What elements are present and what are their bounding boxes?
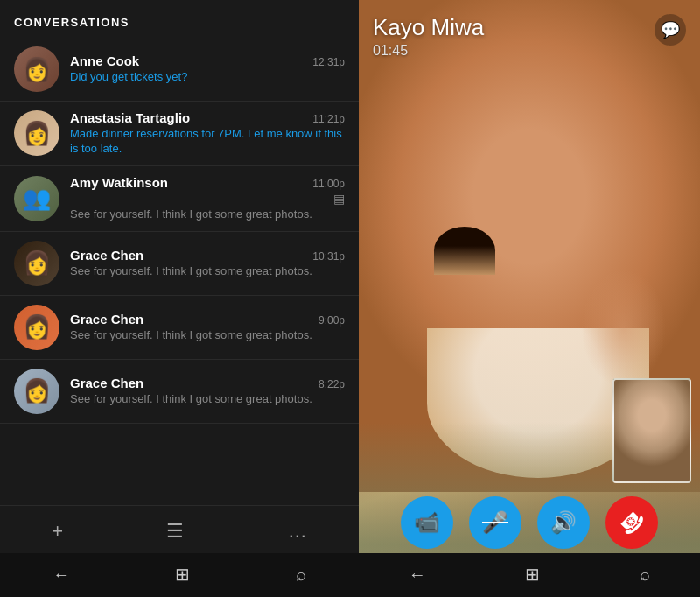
conv-preview: Made dinner reservations for 7PM. Let me… [70, 127, 345, 157]
conv-preview: See for yourself. I think I got some gre… [70, 328, 345, 343]
avatar: 👩 [14, 110, 60, 156]
contact-name: Anne Cook [70, 53, 139, 68]
search-button[interactable]: ⌕ [278, 561, 324, 588]
volume-icon: 🔊 [550, 510, 577, 535]
call-controls: 📹 🎤 🔊 ☎ [359, 496, 700, 549]
left-nav: ← ⊞ ⌕ [0, 553, 359, 597]
conversation-item[interactable]: 👩 Anne Cook 12:31p Did you get tickets y… [0, 38, 359, 102]
search-button[interactable]: ⌕ [622, 561, 668, 588]
conv-content: Amy Watkinson 11:00p ▤ See for yourself.… [70, 175, 345, 222]
conv-time: 8:22p [318, 378, 345, 390]
end-call-button[interactable]: ☎ [606, 496, 658, 549]
avatar: 👩 [14, 369, 60, 414]
back-button[interactable]: ← [391, 561, 444, 588]
right-nav: ← ⊞ ⌕ [359, 553, 700, 597]
conv-preview: See for yourself. I think I got some gre… [70, 207, 345, 222]
conversation-item[interactable]: 👩 Grace Chen 9:00p See for yourself. I t… [0, 296, 359, 360]
contact-name: Grace Chen [70, 312, 144, 327]
conv-content: Grace Chen 10:31p See for yourself. I th… [70, 248, 345, 279]
video-icon: 📹 [414, 510, 440, 535]
conv-content: Grace Chen 8:22p See for yourself. I thi… [70, 376, 345, 407]
conversation-item[interactable]: 👩 Grace Chen 10:31p See for yourself. I … [0, 232, 359, 296]
conversations-panel: CONVERSATIONS 👩 Anne Cook 12:31p Did you… [0, 0, 359, 597]
contact-name: Grace Chen [70, 376, 144, 390]
message-icon: ▤ [333, 192, 345, 206]
conv-time: 11:21p [312, 113, 345, 125]
avatar: 👩 [14, 305, 60, 350]
more-button[interactable]: … [277, 516, 318, 546]
conversation-item[interactable]: 👩 Anastasia Tartaglio 11:21p Made dinner… [0, 102, 359, 166]
chat-icon: 💬 [661, 20, 680, 39]
conv-preview: Did you get tickets yet? [70, 70, 345, 85]
avatar: 👥 [14, 176, 60, 221]
mute-button[interactable]: 🎤 [469, 496, 522, 549]
left-toolbar: + ☰ … [0, 505, 359, 553]
conv-preview: See for yourself. I think I got some gre… [70, 392, 345, 407]
caller-info: Kayo Miwa 01:45 [373, 14, 484, 59]
conv-content: Grace Chen 9:00p See for yourself. I thi… [70, 312, 345, 343]
conv-content: Anne Cook 12:31p Did you get tickets yet… [70, 53, 345, 85]
call-header: Kayo Miwa 01:45 💬 [359, 0, 700, 66]
conv-preview: See for yourself. I think I got some gre… [70, 264, 345, 279]
conversations-title: CONVERSATIONS [0, 0, 359, 38]
list-button[interactable]: ☰ [156, 516, 194, 546]
contact-name: Amy Watkinson [70, 175, 168, 190]
chat-icon-button[interactable]: 💬 [654, 14, 686, 46]
call-duration: 01:45 [373, 43, 484, 59]
end-call-icon: ☎ [613, 504, 649, 540]
conversation-item[interactable]: 👩 Grace Chen 8:22p See for yourself. I t… [0, 360, 359, 424]
avatar: 👩 [14, 241, 60, 286]
conversation-item[interactable]: 👥 Amy Watkinson 11:00p ▤ See for yoursel… [0, 166, 359, 232]
call-panel: Kayo Miwa 01:45 💬 📹 🎤 🔊 ☎ ← ⊞ ⌕ [359, 0, 700, 597]
home-button[interactable]: ⊞ [508, 560, 557, 588]
conv-time: 9:00p [318, 314, 345, 327]
home-button[interactable]: ⊞ [158, 560, 207, 588]
caller-name: Kayo Miwa [373, 14, 484, 41]
contact-name: Anastasia Tartaglio [70, 110, 190, 125]
back-button[interactable]: ← [35, 561, 88, 588]
video-toggle-button[interactable]: 📹 [401, 496, 453, 549]
conv-time: 11:00p [312, 178, 345, 190]
mute-icon: 🎤 [482, 510, 508, 535]
conv-content: Anastasia Tartaglio 11:21p Made dinner r… [70, 110, 345, 157]
conv-time: 10:31p [312, 250, 345, 263]
volume-button[interactable]: 🔊 [537, 496, 590, 549]
avatar: 👩 [14, 46, 60, 92]
self-view-thumbnail [612, 378, 691, 483]
conversation-list: 👩 Anne Cook 12:31p Did you get tickets y… [0, 38, 359, 505]
conv-time: 12:31p [312, 56, 345, 68]
contact-name: Grace Chen [70, 248, 144, 263]
add-button[interactable]: + [41, 516, 74, 546]
